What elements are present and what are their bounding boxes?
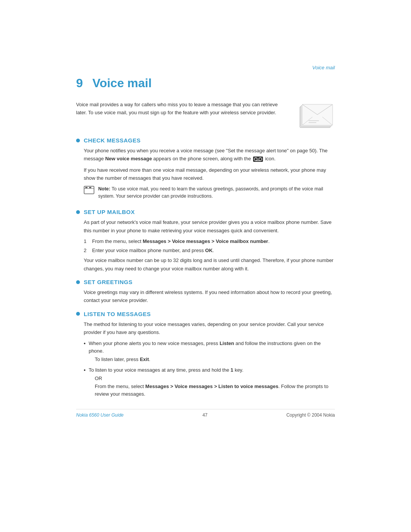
listen-bullet-list: When your phone alerts you to new voice … [84, 340, 335, 398]
listen-sub-text-1: To listen later, press Exit. [89, 356, 335, 363]
page-footer: Nokia 6560 User Guide 47 Copyright © 200… [76, 409, 335, 418]
listen-bullet-2: To listen to your voice messages at any … [84, 366, 335, 398]
chapter-title: 9 Voice mail [76, 76, 335, 93]
set-greetings-para1: Voice greetings may vary in different wi… [84, 288, 335, 305]
set-greetings-body: Voice greetings may vary in different wi… [76, 288, 335, 305]
listen-bullet-1: When your phone alerts you to new voice … [84, 340, 335, 363]
bullet-dot-check [76, 139, 80, 142]
set-greetings-heading: SET GREETINGS [76, 279, 335, 285]
chapter-number: 9 [76, 76, 83, 90]
setup-steps-list: 1 From the menu, select Messages > Voice… [84, 238, 335, 254]
intro-section: Voice mail provides a way for callers wh… [76, 101, 335, 129]
listen-messages-title: LISTEN TO MESSAGES [84, 311, 151, 317]
svg-rect-9 [253, 157, 263, 162]
set-greetings-title: SET GREETINGS [84, 279, 132, 285]
page-container: Voice mail 9 Voice mail Voice mail provi… [76, 0, 335, 532]
listen-messages-body: The method for listening to your voice m… [76, 320, 335, 398]
check-messages-body: Your phone notifies you when you receive… [76, 147, 335, 203]
setup-closing: Your voice mailbox number can be up to 3… [84, 256, 335, 273]
note-icon [84, 186, 94, 194]
header-label: Voice mail [312, 65, 335, 70]
setup-mailbox-para1: As part of your network's voice mail fea… [84, 218, 335, 235]
listen-or-text: OR [89, 375, 335, 382]
bullet-dot-listen [76, 312, 80, 316]
listen-from-menu: From the menu, select Messages > Voice m… [89, 383, 335, 398]
setup-mailbox-body: As part of your network's voice mail fea… [76, 218, 335, 273]
note-text: Note: To use voice mail, you need to lea… [98, 185, 335, 200]
svg-rect-16 [89, 187, 91, 188]
bullet-dot-greetings [76, 280, 80, 284]
footer-copyright: Copyright © 2004 Nokia [286, 412, 335, 418]
setup-mailbox-title: SET UP MAILBOX [84, 209, 135, 215]
check-messages-heading: CHECK MESSAGES [76, 137, 335, 144]
footer-left: Nokia 6560 User Guide [76, 412, 124, 418]
footer-page-number: 47 [202, 412, 207, 418]
note-box: Note: To use voice mail, you need to lea… [84, 185, 335, 203]
svg-rect-15 [85, 187, 88, 188]
bullet-dot-setup [76, 210, 80, 214]
listen-messages-heading: LISTEN TO MESSAGES [76, 311, 335, 317]
check-messages-title: CHECK MESSAGES [84, 137, 141, 144]
step-2: 2 Enter your voice mailbox phone number,… [84, 247, 335, 254]
intro-image [297, 101, 335, 129]
intro-text: Voice mail provides a way for callers wh… [76, 101, 289, 129]
step-1: 1 From the menu, select Messages > Voice… [84, 238, 335, 245]
mail-illustration-icon [298, 101, 334, 129]
listen-messages-para1: The method for listening to your voice m… [84, 320, 335, 337]
setup-mailbox-heading: SET UP MAILBOX [76, 209, 335, 215]
check-messages-para2: If you have received more than one voice… [84, 166, 335, 182]
voicemail-icon [253, 157, 263, 162]
check-messages-para1: Your phone notifies you when you receive… [84, 147, 335, 163]
